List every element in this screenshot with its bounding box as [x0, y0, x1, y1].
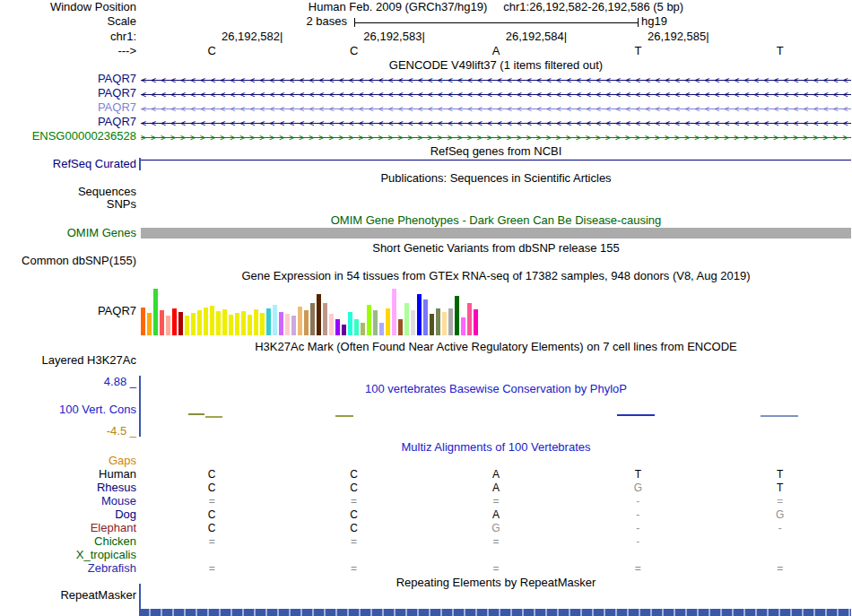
omim-row[interactable]: OMIM Genes	[0, 227, 852, 239]
gtex-tissue-bar[interactable]	[329, 314, 334, 335]
alignment-row[interactable]: Mouse===-=	[0, 495, 852, 508]
gtex-tissue-bar[interactable]	[373, 310, 378, 335]
alignment-row[interactable]: ElephantCCG--	[0, 522, 852, 535]
gene-row[interactable]: PAQR7<<<<<<<<<<<<<<<<<<<<<<<<<<<<<<<<<<<…	[0, 101, 852, 116]
gtex-tissue-bar[interactable]	[210, 306, 214, 335]
refseq-label[interactable]: RefSeq Curated	[0, 158, 136, 170]
gtex-tissue-bar[interactable]	[361, 323, 365, 335]
gene-line[interactable]: <<<<<<<<<<<<<<<<<<<<<<<<<<<<<<<<<<<<<<<<…	[141, 102, 851, 115]
gene-line[interactable]: >>>>>>>>>>>>>>>>>>>>>>>>>>>>>>>>>>>>>>>>…	[141, 131, 851, 143]
gtex-tissue-bar[interactable]	[298, 307, 302, 335]
gtex-tissue-bar[interactable]	[467, 303, 472, 335]
gene-track[interactable]: <<<<<<<<<<<<<<<<<<<<<<<<<<<<<<<<<<<<<<<<…	[141, 101, 851, 114]
gtex-tissue-bar[interactable]	[178, 312, 183, 335]
alignment-row[interactable]: Chicken===-	[0, 535, 852, 549]
gtex-tissue-bar[interactable]	[442, 312, 447, 335]
gtex-tissue-bar[interactable]	[417, 294, 422, 335]
gtex-gene-label[interactable]: PAQR7	[0, 305, 136, 317]
gtex-row[interactable]: PAQR7	[0, 285, 852, 337]
gtex-tissue-bar[interactable]	[448, 308, 453, 335]
dbsnp-label[interactable]: Common dbSNP(155)	[0, 255, 136, 267]
species-label[interactable]: Zebrafish	[0, 562, 136, 575]
gtex-track[interactable]	[141, 285, 851, 337]
bottom-ruler-bar[interactable]	[139, 609, 851, 616]
dbsnp-row[interactable]: Common dbSNP(155)	[0, 255, 852, 267]
gtex-tissue-bar[interactable]	[229, 315, 233, 335]
repeatmasker-track-handle[interactable]	[139, 584, 141, 609]
gtex-tissue-bar[interactable]	[310, 303, 315, 335]
alignment-row[interactable]: X_tropicalis	[0, 549, 852, 562]
gene-label[interactable]: ENSG00000236528	[0, 130, 136, 143]
gtex-tissue-bar[interactable]	[317, 294, 321, 335]
refseq-dense-item[interactable]	[141, 160, 851, 161]
alignment-row[interactable]: Gaps	[0, 455, 852, 468]
h3k27ac-row[interactable]: Layered H3K27Ac	[0, 354, 852, 369]
refseq-track-handle[interactable]	[139, 158, 141, 170]
gtex-tissue-bar[interactable]	[455, 296, 459, 335]
species-label[interactable]: Human	[0, 468, 136, 481]
gtex-tissue-bar[interactable]	[172, 308, 177, 335]
gtex-tissue-bar[interactable]	[430, 314, 434, 335]
gtex-tissue-bar[interactable]	[153, 289, 158, 335]
gene-row[interactable]: PAQR7<<<<<<<<<<<<<<<<<<<<<<<<<<<<<<<<<<<…	[0, 87, 852, 101]
gtex-tissue-bar[interactable]	[279, 312, 283, 335]
gtex-tissue-bar[interactable]	[285, 314, 290, 335]
gtex-tissue-bar[interactable]	[436, 308, 440, 335]
coordinate-row[interactable]: chr1: 26,192,582|26,192,583|26,192,584|2…	[0, 30, 852, 44]
sequences-label[interactable]: Sequences	[0, 186, 136, 198]
species-label[interactable]: Rhesus	[0, 482, 136, 494]
snps-row[interactable]: SNPs	[0, 198, 852, 211]
gtex-tissue-bar[interactable]	[260, 313, 265, 335]
gtex-tissue-bar[interactable]	[204, 308, 208, 335]
gtex-tissue-bar[interactable]	[273, 305, 277, 335]
gtex-tissue-bar[interactable]	[254, 309, 258, 335]
gtex-tissue-bar[interactable]	[474, 309, 478, 335]
gene-row[interactable]: ENSG00000236528>>>>>>>>>>>>>>>>>>>>>>>>>…	[0, 130, 852, 144]
gtex-tissue-bar[interactable]	[166, 316, 170, 335]
conservation-plot[interactable]	[141, 387, 851, 439]
gtex-tissue-bar[interactable]	[335, 319, 340, 335]
gtex-tissue-bar[interactable]	[386, 308, 390, 335]
gtex-tissue-bar[interactable]	[367, 305, 371, 335]
gene-line[interactable]: <<<<<<<<<<<<<<<<<<<<<<<<<<<<<<<<<<<<<<<<…	[141, 117, 851, 129]
conservation-label[interactable]: 100 Vert. Cons	[0, 403, 136, 416]
gtex-tissue-bar[interactable]	[348, 312, 352, 335]
species-label[interactable]: Mouse	[0, 495, 136, 508]
gtex-tissue-bar[interactable]	[160, 310, 164, 335]
gtex-tissue-bar[interactable]	[185, 316, 189, 335]
sequences-row[interactable]: Sequences	[0, 186, 852, 198]
gene-label[interactable]: PAQR7	[0, 116, 136, 128]
gtex-tissue-bar[interactable]	[222, 309, 227, 335]
gtex-tissue-bar[interactable]	[191, 313, 196, 335]
base-row[interactable]: ---> CCATT	[0, 45, 852, 58]
gene-track[interactable]: <<<<<<<<<<<<<<<<<<<<<<<<<<<<<<<<<<<<<<<<…	[141, 116, 851, 128]
gtex-tissue-bar[interactable]	[411, 310, 415, 335]
alignment-row[interactable]: DogCCA-G	[0, 508, 852, 522]
gtex-tissue-bar[interactable]	[241, 311, 246, 335]
repeatmasker-label[interactable]: RepeatMasker	[0, 589, 136, 602]
gtex-tissue-bar[interactable]	[291, 316, 296, 335]
gtex-tissue-bar[interactable]	[323, 303, 327, 335]
species-label[interactable]: Chicken	[0, 535, 136, 548]
repeatmasker-row[interactable]: RepeatMasker	[0, 589, 852, 602]
gtex-tissue-bar[interactable]	[423, 299, 428, 335]
conservation-track-handle[interactable]	[139, 376, 141, 437]
gtex-tissue-bar[interactable]	[461, 317, 465, 335]
species-label[interactable]: Gaps	[0, 455, 136, 467]
gtex-tissue-bar[interactable]	[141, 308, 145, 335]
gene-track[interactable]: <<<<<<<<<<<<<<<<<<<<<<<<<<<<<<<<<<<<<<<<…	[141, 73, 851, 85]
alignment-row[interactable]: HumanCCATT	[0, 468, 852, 482]
alignment-row[interactable]: Zebrafish=====	[0, 562, 852, 576]
species-label[interactable]: Elephant	[0, 522, 136, 534]
gtex-tissue-bar[interactable]	[379, 323, 384, 335]
h3k27ac-label[interactable]: Layered H3K27Ac	[0, 354, 136, 367]
species-label[interactable]: Dog	[0, 508, 136, 521]
gene-label[interactable]: PAQR7	[0, 101, 136, 114]
gtex-tissue-bar[interactable]	[216, 311, 221, 335]
snps-label[interactable]: SNPs	[0, 198, 136, 211]
gtex-tissue-bar[interactable]	[342, 325, 346, 335]
gene-label[interactable]: PAQR7	[0, 87, 136, 100]
gtex-tissue-bar[interactable]	[304, 310, 309, 335]
gene-track[interactable]: <<<<<<<<<<<<<<<<<<<<<<<<<<<<<<<<<<<<<<<<…	[141, 87, 851, 100]
refseq-row[interactable]: RefSeq Curated	[0, 158, 852, 170]
